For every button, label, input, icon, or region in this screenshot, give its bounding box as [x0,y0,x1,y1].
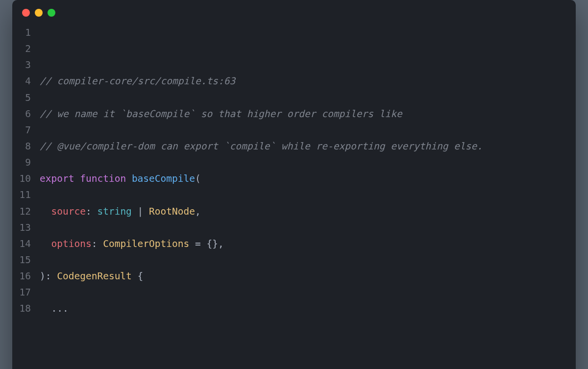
code-line: // we name it `baseCompile` so that high… [40,106,483,122]
punct: | [132,206,149,217]
line-number: 9 [19,154,31,171]
type: CodegenResult [57,271,132,282]
punct: : [92,238,103,249]
line-number: 11 [19,187,31,203]
punct: {} [207,238,218,249]
ellipsis: ... [51,303,68,314]
line-number: 15 [19,252,31,268]
line-number-gutter: 1 2 3 4 5 6 7 8 9 10 11 12 13 14 15 16 1… [19,25,40,369]
line-number: 6 [19,106,31,122]
line-number: 17 [19,284,31,300]
type: string [97,206,131,217]
keyword-function: function [80,173,126,184]
code-line: ): CodegenResult { [40,268,483,284]
code-line: source: string | RootNode, [40,203,483,220]
comment: // we name it `baseCompile` so that high… [40,108,402,120]
keyword-export: export [40,173,74,184]
code-line: export function baseCompile( [40,171,483,187]
type: RootNode [149,206,195,217]
punct: : [46,271,57,282]
line-number: 13 [19,220,31,236]
code-line: options: CompilerOptions = {}, [40,236,483,252]
code-line [40,333,483,349]
punct: : [86,206,97,217]
close-icon[interactable] [22,9,30,17]
line-number: 2 [19,41,31,57]
code-line [40,41,483,57]
line-number: 18 [19,300,31,317]
line-number: 7 [19,122,31,138]
line-number: 4 [19,73,31,89]
punct: ) [40,271,46,282]
comment: // @vue/compiler-dom can export `compile… [40,141,483,152]
punct: , [195,206,201,217]
param: options [51,238,91,249]
code-line: const resolvedOptions = extend({}, optio… [40,366,483,369]
indent [40,303,51,314]
minimize-icon[interactable] [35,9,43,17]
code-content[interactable]: // compiler-core/src/compile.ts:63 // we… [40,25,483,369]
code-line: // @vue/compiler-dom can export `compile… [40,138,483,154]
punct: , [218,238,224,249]
punct: { [132,271,143,282]
line-number: 12 [19,203,31,220]
maximize-icon[interactable] [48,9,55,17]
line-number: 14 [19,236,31,252]
indent [40,238,51,249]
line-number: 16 [19,268,31,284]
line-number: 3 [19,57,31,73]
type: CompilerOptions [103,238,189,249]
function-name: baseCompile [132,173,195,184]
title-bar [12,0,576,22]
editor-window: 1 2 3 4 5 6 7 8 9 10 11 12 13 14 15 16 1… [12,0,576,369]
line-number: 1 [19,25,31,41]
indent [40,206,51,217]
punct: ( [195,173,201,184]
code-area: 1 2 3 4 5 6 7 8 9 10 11 12 13 14 15 16 1… [12,22,576,369]
comment: // compiler-core/src/compile.ts:63 [40,75,235,87]
line-number: 8 [19,138,31,154]
punct: = [189,238,206,249]
code-line: ... [40,300,483,317]
code-line: // compiler-core/src/compile.ts:63 [40,73,483,89]
param: source [51,206,85,217]
line-number: 5 [19,90,31,106]
line-number: 10 [19,171,31,187]
